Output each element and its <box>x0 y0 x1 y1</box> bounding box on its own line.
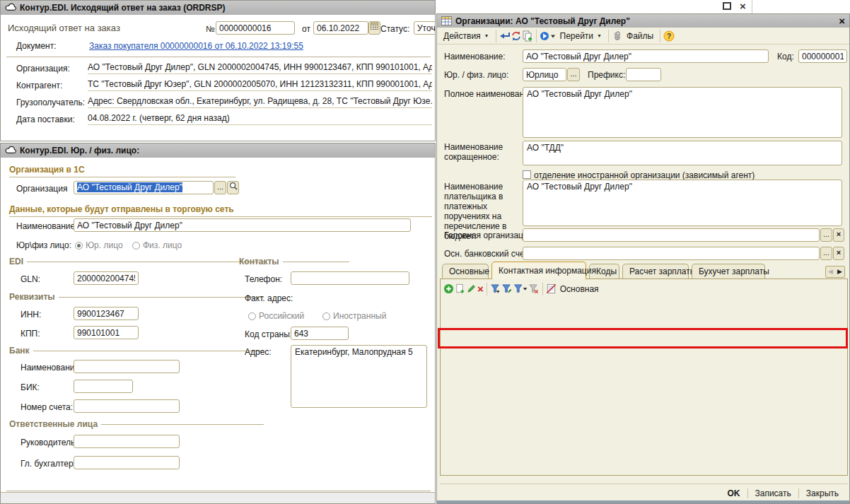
consignee-label: Грузополучатель: <box>16 98 85 107</box>
filter-menu-button[interactable] <box>513 283 528 295</box>
tab-kontaktnaya-informatsiya[interactable]: Контактная информация <box>491 262 586 279</box>
background-titlebar-fragment: × <box>436 0 850 13</box>
head-input[interactable] <box>74 435 180 448</box>
save-close-button[interactable] <box>499 30 511 42</box>
org-name-label: Наименование: <box>444 52 506 61</box>
org-kind-choose-button[interactable]: ... <box>567 68 580 81</box>
entity-window-title: Контур.EDI. Юр. / физ. лицо: <box>20 146 431 156</box>
radio-russian-address[interactable]: Российский <box>248 311 304 321</box>
org-name-input[interactable] <box>523 49 769 63</box>
tab-raschet-zarplaty[interactable]: Расчет зарплаты <box>622 264 689 279</box>
radio-icon <box>322 312 330 320</box>
organizations-window: Организации: АО "Тестовый Друг Дилер" × … <box>436 13 850 504</box>
accountant-label: Гл. бухгалтер: <box>21 459 76 469</box>
entity-footer <box>1 492 436 504</box>
phone-input[interactable] <box>291 271 409 285</box>
org-kind-input[interactable] <box>523 68 566 81</box>
radio-foreign-address[interactable]: Иностранный <box>322 311 386 321</box>
bik-input[interactable] <box>74 380 133 393</box>
short-name-label: Наименование сокращенное: <box>444 142 518 162</box>
number-input[interactable] <box>216 21 295 35</box>
prefix-input[interactable] <box>626 68 661 81</box>
counterparty-value[interactable]: ТС "Тестовый Друг Юзер", GLN 20000020050… <box>88 79 432 91</box>
paperclip-icon[interactable] <box>612 30 623 42</box>
payer-name-textarea[interactable]: АО "Тестовый Друг Дилер" <box>523 180 842 226</box>
calendar-button[interactable] <box>368 21 380 35</box>
entity-window: Контур.EDI. Юр. / физ. лицо: Организация… <box>0 143 436 504</box>
help-icon[interactable]: ? <box>663 30 675 42</box>
history-off-icon[interactable] <box>546 283 557 295</box>
divider <box>542 283 543 295</box>
radio-icon <box>75 242 83 250</box>
tab-scroll-left-button[interactable]: ◀ <box>826 266 835 277</box>
parent-org-input[interactable] <box>523 228 820 242</box>
entity-titlebar[interactable]: Контур.EDI. Юр. / физ. лицо: <box>1 143 435 158</box>
parent-org-clear-button[interactable]: × <box>833 228 844 242</box>
kpp-input[interactable] <box>74 326 139 339</box>
name-input[interactable] <box>74 218 411 232</box>
bank-name-input[interactable] <box>74 360 180 373</box>
country-code-input[interactable] <box>291 327 349 340</box>
document-link[interactable]: Заказ покупателя 00000000016 от 06.10.20… <box>89 41 303 51</box>
refresh-button[interactable] <box>511 30 522 42</box>
date-input[interactable] <box>313 21 368 35</box>
group-edi: EDI <box>9 257 264 266</box>
inn-input[interactable] <box>74 307 139 320</box>
full-name-textarea[interactable]: АО "Тестовый Друг Дилер" <box>523 87 842 138</box>
address-textarea[interactable]: Екатеринбург, Малопрудная 5 <box>291 345 427 408</box>
parent-org-choose-button[interactable]: ... <box>820 228 832 242</box>
radio-icon <box>132 242 140 250</box>
files-button[interactable]: Файлы <box>623 30 657 42</box>
radio-fiz-litso[interactable]: Физ. лицо <box>132 240 182 250</box>
organization-label: Организация: <box>16 64 70 74</box>
delete-row-button[interactable]: × <box>477 284 484 294</box>
organizations-titlebar[interactable]: Организации: АО "Тестовый Друг Дилер" × <box>437 14 849 28</box>
edit-row-button[interactable] <box>466 283 477 295</box>
go-to-menu-button[interactable]: Перейти▼ <box>557 30 606 42</box>
close-button[interactable]: × <box>740 1 746 11</box>
tab-scroll-right-button[interactable]: ▶ <box>835 266 844 277</box>
write-button[interactable]: Записать <box>748 486 798 500</box>
tab-osnovnye[interactable]: Основные <box>442 264 489 279</box>
gln-input[interactable] <box>74 271 139 285</box>
radio-icon <box>248 312 256 320</box>
go-to-icon[interactable] <box>540 30 557 42</box>
copy-button[interactable] <box>522 30 533 42</box>
account-input[interactable] <box>74 399 180 413</box>
ordrsp-window-title: Контур.EDI. Исходящий ответ на заказ (OR… <box>20 3 431 13</box>
svg-text:?: ? <box>667 33 671 40</box>
organizations-toolbar: Действия▼ Перейти▼ Файлы ? <box>437 28 849 45</box>
clear-filter-button[interactable] <box>528 283 540 295</box>
organization-value[interactable]: АО "Тестовый Друг Дилер", GLN 2000002004… <box>88 62 432 74</box>
org-field[interactable]: АО "Тестовый Друг Дилер" <box>74 181 214 194</box>
org-choose-button[interactable]: ... <box>214 181 226 194</box>
foreign-branch-checkbox[interactable] <box>523 170 531 179</box>
accountant-input[interactable] <box>74 456 180 469</box>
close-button[interactable]: Закрыть <box>799 486 846 500</box>
ordrsp-titlebar[interactable]: Контур.EDI. Исходящий ответ на заказ (OR… <box>1 1 435 15</box>
cloud-icon <box>5 145 16 156</box>
window-close-button[interactable]: × <box>839 15 845 27</box>
consignee-value[interactable]: Адрес: Свердловская обл., Екатеринбург, … <box>88 96 432 108</box>
filter-by-value-button[interactable] <box>501 283 513 295</box>
add-row-button[interactable] <box>443 283 455 295</box>
date-from-label: от <box>302 24 310 34</box>
group-requisites: Реквизиты <box>9 292 264 302</box>
set-filter-button[interactable] <box>490 283 501 295</box>
bank-account-choose-button[interactable]: ... <box>820 247 832 260</box>
actions-menu-button[interactable]: Действия▼ <box>440 30 493 42</box>
short-name-textarea[interactable]: АО "ТДД" <box>523 141 842 165</box>
copy-row-button[interactable] <box>455 283 466 295</box>
tab-buhuchet-zarplaty[interactable]: Бухучет зарплаты <box>692 264 765 279</box>
org-search-button[interactable] <box>227 181 239 194</box>
delivery-date-value[interactable]: 04.08.2022 г. (четверг, 62 дня назад) <box>88 113 432 125</box>
ok-button[interactable]: OK <box>721 486 747 500</box>
status-input[interactable] <box>414 21 436 35</box>
bank-account-clear-button[interactable]: × <box>833 247 844 260</box>
radio-jur-litso[interactable]: Юр. лицо <box>75 240 123 250</box>
phone-label: Телефон: <box>245 274 282 284</box>
code-input[interactable] <box>798 49 847 63</box>
main-bank-account-input[interactable] <box>523 247 820 260</box>
chevron-down-icon: ▼ <box>484 33 489 38</box>
maximize-button[interactable] <box>723 2 731 10</box>
